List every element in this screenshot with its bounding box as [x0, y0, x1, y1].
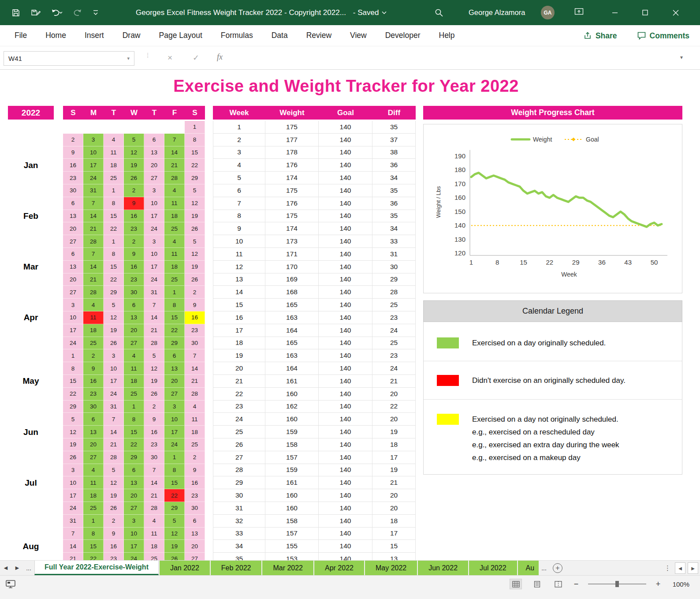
table-cell[interactable]: 162 [265, 401, 319, 413]
calendar-day-cell[interactable]: 24 [83, 172, 104, 184]
table-cell[interactable]: 176 [265, 197, 319, 210]
calendar-day-cell[interactable]: 26 [63, 451, 83, 464]
calendar-day-cell[interactable]: 5 [104, 464, 124, 477]
table-cell[interactable]: 140 [319, 184, 372, 197]
table-cell[interactable]: 18 [372, 438, 416, 451]
calendar-day-cell[interactable]: 31 [104, 401, 124, 413]
calendar-month-label[interactable] [8, 349, 54, 362]
sheet-tab-feb-2022[interactable]: Feb 2022 [211, 561, 262, 575]
table-cell[interactable]: 140 [319, 502, 372, 515]
calendar-month-label[interactable] [8, 401, 54, 413]
calendar-day-cell[interactable]: 17 [144, 261, 164, 273]
calendar-day-cell[interactable]: 2 [83, 349, 104, 362]
table-cell[interactable]: 174 [265, 222, 319, 235]
table-cell[interactable]: 140 [319, 362, 372, 375]
calendar-day-cell[interactable]: 2 [144, 401, 164, 413]
calendar-day-cell[interactable]: 26 [164, 553, 185, 560]
calendar-day-cell[interactable]: 7 [164, 134, 185, 146]
calendar-day-cell[interactable]: 25 [144, 553, 164, 560]
table-cell[interactable]: 140 [319, 426, 372, 438]
calendar-day-cell[interactable]: 21 [83, 273, 104, 286]
tab-scroll-right-icon[interactable]: ▶ [688, 562, 698, 574]
calendar-day-cell[interactable]: 8 [83, 528, 104, 540]
calendar-day-cell[interactable]: 8 [164, 299, 185, 311]
calendar-day-cell[interactable]: 11 [144, 528, 164, 540]
calendar-day-cell[interactable]: 10 [144, 248, 164, 261]
calendar-day-cell[interactable]: 3 [104, 349, 124, 362]
calendar-day-cell[interactable]: 10 [63, 476, 83, 489]
calendar-day-cell[interactable]: 1 [83, 515, 104, 528]
calendar-day-cell[interactable]: 21 [144, 489, 164, 502]
calendar-month-label[interactable]: Mar [8, 261, 54, 273]
calendar-month-label[interactable] [8, 134, 54, 146]
calendar-day-cell[interactable]: 6 [144, 134, 164, 146]
calendar-day-cell[interactable]: 22 [124, 438, 144, 451]
table-cell[interactable]: 28 [372, 286, 416, 299]
calendar-day-cell[interactable]: 2 [185, 451, 205, 464]
table-cell[interactable]: 177 [265, 134, 319, 146]
table-cell[interactable]: 158 [265, 438, 319, 451]
table-cell[interactable]: 140 [319, 146, 372, 159]
table-cell[interactable]: 21 [213, 375, 265, 388]
calendar-day-cell[interactable]: 4 [164, 184, 185, 197]
calendar-day-cell[interactable]: 6 [63, 248, 83, 261]
table-cell[interactable]: 18 [213, 337, 265, 350]
table-cell[interactable]: 140 [319, 172, 372, 184]
calendar-day-cell[interactable]: 27 [63, 235, 83, 248]
table-cell[interactable]: 16 [213, 311, 265, 324]
calendar-day-cell[interactable]: 12 [185, 248, 205, 261]
calendar-day-cell[interactable]: 20 [63, 273, 83, 286]
calendar-day-cell[interactable]: 5 [104, 299, 124, 311]
table-cell[interactable]: 153 [265, 553, 319, 560]
calendar-day-cell[interactable]: 21 [144, 324, 164, 337]
calendar-day-cell[interactable]: 10 [83, 146, 104, 159]
calendar-day-cell[interactable] [83, 121, 104, 134]
calendar-day-cell[interactable]: 17 [124, 540, 144, 553]
calendar-day-cell[interactable]: 18 [83, 489, 104, 502]
table-cell[interactable]: 14 [213, 286, 265, 299]
calendar-day-cell[interactable]: 13 [63, 210, 83, 223]
calendar-day-cell[interactable]: 23 [63, 172, 83, 184]
calendar-day-cell[interactable]: 17 [63, 324, 83, 337]
table-cell[interactable]: 20 [372, 489, 416, 502]
calendar-day-cell[interactable]: 24 [144, 273, 164, 286]
table-cell[interactable]: 168 [265, 286, 319, 299]
calendar-day-cell[interactable]: 3 [63, 464, 83, 477]
calendar-day-cell[interactable]: 23 [83, 388, 104, 401]
calendar-day-cell[interactable]: 14 [144, 476, 164, 489]
calendar-day-cell[interactable]: 30 [124, 286, 144, 299]
calendar-day-cell[interactable]: 1 [104, 235, 124, 248]
table-cell[interactable]: 24 [372, 324, 416, 337]
calendar-day-cell[interactable]: 27 [124, 502, 144, 515]
calendar-day-cell[interactable] [144, 121, 164, 134]
calendar-day-cell[interactable]: 24 [124, 553, 144, 560]
calendar-day-cell[interactable]: 25 [164, 273, 185, 286]
table-cell[interactable]: 33 [372, 235, 416, 248]
calendar-month-label[interactable] [8, 197, 54, 210]
calendar-day-cell[interactable]: 26 [124, 172, 144, 184]
calendar-day-cell[interactable]: 13 [144, 146, 164, 159]
calendar-day-cell[interactable]: 10 [124, 528, 144, 540]
calendar-day-cell[interactable]: 8 [185, 134, 205, 146]
table-cell[interactable]: 15 [372, 540, 416, 553]
table-cell[interactable]: 174 [265, 172, 319, 184]
table-cell[interactable]: 20 [372, 502, 416, 515]
table-cell[interactable]: 29 [372, 273, 416, 286]
calendar-day-cell[interactable]: 1 [164, 451, 185, 464]
table-cell[interactable]: 22 [213, 388, 265, 401]
tab-scroll-left-icon[interactable]: ◀ [675, 562, 685, 574]
calendar-day-cell[interactable]: 15 [185, 146, 205, 159]
search-icon[interactable] [434, 8, 443, 17]
calendar-day-cell[interactable]: 20 [63, 222, 83, 235]
calendar-day-cell[interactable]: 7 [63, 528, 83, 540]
table-cell[interactable]: 161 [265, 375, 319, 388]
table-cell[interactable]: 140 [319, 222, 372, 235]
calendar-day-cell[interactable]: 9 [63, 146, 83, 159]
calendar-day-cell[interactable]: 14 [185, 362, 205, 375]
calendar-day-cell[interactable]: 13 [124, 476, 144, 489]
calendar-day-cell[interactable]: 21 [104, 438, 124, 451]
table-cell[interactable]: 19 [372, 426, 416, 438]
customize-toolbar-icon[interactable] [93, 10, 99, 16]
calendar-day-cell[interactable]: 29 [104, 286, 124, 299]
calendar-day-cell[interactable]: 18 [124, 375, 144, 388]
